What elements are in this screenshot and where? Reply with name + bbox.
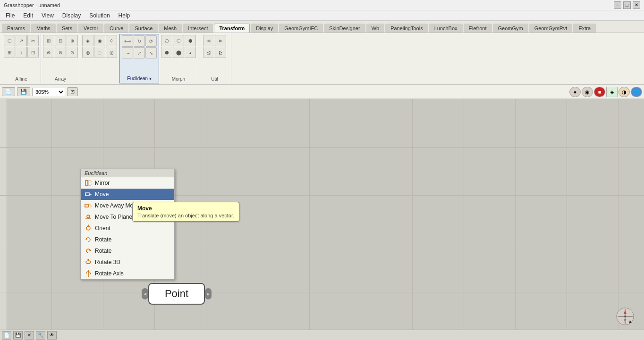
toolbar-icon-m4[interactable]: ⬣ [161,47,172,58]
svg-rect-0 [85,181,88,185]
menu-item-rotate2[interactable]: Rotate [81,245,174,257]
toolbar-icon-a4[interactable]: ⊗ [43,47,54,58]
morph-icons: ⬠ ⬡ ⬢ ⬣ ⬤ ⬥ [161,35,196,58]
tab-skindesigner[interactable]: SkinDesigner [324,24,365,33]
toolbar-icon-b3[interactable]: ◊ [106,35,117,46]
toolbar-icon-e5[interactable]: ⤢ [134,47,145,58]
rotate3d-menu-icon [85,258,92,266]
new-file-button[interactable]: 📄 [2,87,15,96]
euclidean-icons: ⟷ ↻ ⟳ ↝ ⤢ ⤡ [122,35,157,58]
sphere2-button[interactable]: ◉ [582,87,593,97]
toolbar-icon-3[interactable]: ✂ [27,35,39,46]
menu-file[interactable]: File [2,11,18,20]
tab-geomgymIFC[interactable]: GeomGymIFC [279,24,323,33]
menu-item-rotate3d[interactable]: Rotate 3D [81,257,174,268]
grid-v-7 [361,99,361,340]
grid-h-1 [0,147,644,148]
toolbar-icon-u1[interactable]: ⊲ [203,35,214,46]
toolbar-icon-m2[interactable]: ⬡ [173,35,184,46]
toolbar-icon-a2[interactable]: ⊟ [55,35,66,46]
menu-item-orient[interactable]: Orient [81,223,174,234]
toolbar-icon-m6[interactable]: ⬥ [185,47,196,58]
menu-view[interactable]: View [38,11,58,20]
close-button[interactable]: ✕ [633,1,640,9]
menu-item-move[interactable]: Move [81,189,174,200]
toolbar-icon-u2[interactable]: ⊳ [215,35,226,46]
tab-transform[interactable]: Transform [214,24,250,33]
toolbar-icon-e4[interactable]: ↝ [122,47,133,58]
tab-geomgym[interactable]: GeomGym [493,24,528,33]
toolbar-icon-e6[interactable]: ⤡ [145,47,157,58]
bottom-icon-4[interactable]: 🔧 [36,331,45,340]
toolbar-icon-b4[interactable]: ◍ [82,47,93,58]
tab-vector[interactable]: Vector [78,24,103,33]
zoom-select[interactable]: 305% 100% 50% [32,88,65,96]
tab-elefront[interactable]: Elefront [464,24,492,33]
node-left-handle[interactable]: ◀ [142,288,148,299]
tab-surface[interactable]: Surface [129,24,158,33]
toolbar-icon-b1[interactable]: ◈ [82,35,93,46]
toolbar-icon-u4[interactable]: ⊵ [215,47,226,58]
toolbar-icon-m1[interactable]: ⬠ [161,35,172,46]
tab-wb[interactable]: Wb [366,24,385,33]
point-node[interactable]: ◀ Point ▶ [142,283,212,305]
tab-params[interactable]: Params [2,24,30,33]
toolbar-icon-e2[interactable]: ↻ [134,35,145,47]
menu-help[interactable]: Help [115,11,134,20]
menu-item-rotate-axis[interactable]: Rotate Axis [81,268,174,279]
toolbar-icon-1[interactable]: ⬡ [4,35,15,46]
menu-bar: File Edit View Display Solution Help [0,10,644,21]
tab-geomgymrvt[interactable]: GeomGymRvt [529,24,573,33]
menu-solution[interactable]: Solution [85,11,113,20]
maximize-button[interactable]: □ [623,1,631,9]
green-button[interactable]: ◈ [606,87,618,97]
globe-button[interactable]: 🌐 [631,87,642,97]
bottom-icon-1[interactable]: 📄 [2,331,11,340]
grid-v-1 [51,99,52,340]
toolbar-icon-a3[interactable]: ⊕ [67,35,78,46]
toolbar-icon-e3[interactable]: ⟳ [145,35,157,47]
toolbar-icon-b2[interactable]: ◉ [94,35,105,46]
bottom-icon-3[interactable]: ✕ [25,331,34,340]
toolbar-icon-a1[interactable]: ⊞ [43,35,54,46]
sphere1-button[interactable]: ● [569,87,581,97]
bottom-icon-5[interactable]: 👁 [47,331,57,340]
tab-intersect[interactable]: Intersect [183,24,213,33]
toolbar-icon-m3[interactable]: ⬢ [185,35,196,46]
fit-button[interactable]: ⊡ [67,87,78,96]
tab-panelingtools[interactable]: PanelingTools [385,24,428,33]
sphere-shaded-button[interactable]: ◑ [619,87,630,97]
svg-marker-19 [87,259,89,260]
toolbar-icon-m5[interactable]: ⬤ [173,47,184,58]
minimize-button[interactable]: ─ [614,1,621,9]
work-area[interactable]: ◀ Point ▶ Euclidean Mirror [0,99,644,340]
tab-maths[interactable]: Maths [31,24,56,33]
svg-point-9 [87,215,90,218]
toolbar-icon-b5[interactable]: ◌ [94,47,105,58]
red-button[interactable]: ■ [594,87,605,97]
node-right-handle[interactable]: ▶ [205,288,212,299]
toolbar-icon-e1[interactable]: ⟷ [122,35,133,47]
tab-lunchbox[interactable]: LunchBox [429,24,463,33]
toolbar-icon-b6[interactable]: ◎ [106,47,117,58]
node-body[interactable]: Point [148,283,205,305]
tab-curve[interactable]: Curve [104,24,128,33]
toolbar-icon-2[interactable]: ↗ [16,35,27,46]
save-button[interactable]: 💾 [17,87,30,96]
tab-sets[interactable]: Sets [57,24,77,33]
toolbar-icon-4[interactable]: ⊞ [4,47,15,58]
bottom-icon-2[interactable]: 💾 [13,331,23,340]
tab-bar: Params Maths Sets Vector Curve Surface M… [0,21,644,33]
toolbar-icon-a6[interactable]: ⊙ [67,47,78,58]
toolbar-icon-5[interactable]: ↕ [16,47,27,58]
menu-display[interactable]: Display [59,11,85,20]
toolbar-icon-a5[interactable]: ⊘ [55,47,66,58]
tab-display[interactable]: Display [251,24,278,33]
menu-edit[interactable]: Edit [19,11,37,20]
menu-item-mirror[interactable]: Mirror [81,177,174,189]
toolbar-icon-u3[interactable]: ⊴ [203,47,214,58]
toolbar-icon-6[interactable]: ⊡ [27,47,39,58]
menu-item-rotate1[interactable]: Rotate [81,234,174,245]
tab-extra[interactable]: Extra [573,24,596,33]
tab-mesh[interactable]: Mesh [159,24,182,33]
